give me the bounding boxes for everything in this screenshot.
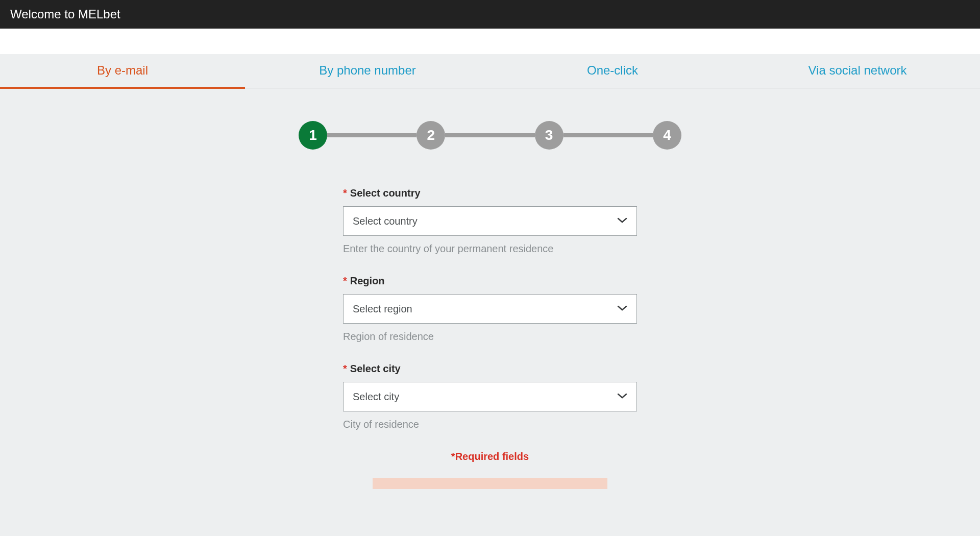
city-select[interactable]: Select city [343,382,637,411]
tab-one-click[interactable]: One-click [490,54,735,88]
tab-label: By phone number [319,63,415,77]
step-number: 4 [663,127,671,143]
select-placeholder: Select city [353,391,399,403]
step-2[interactable]: 2 [416,121,445,150]
country-select[interactable]: Select country [343,206,637,236]
step-number: 3 [545,127,553,143]
step-number: 1 [309,127,317,143]
step-1[interactable]: 1 [299,121,327,150]
region-select[interactable]: Select region [343,294,637,324]
required-indicator: * [343,187,347,199]
step-3[interactable]: 3 [535,121,564,150]
required-indicator: * [343,275,347,286]
page-title: Welcome to MELbet [10,7,120,21]
step-connector [564,133,653,137]
page-header: Welcome to MELbet [0,0,980,29]
tab-label: Via social network [808,63,907,77]
required-fields-note: *Required fields [343,451,637,462]
chevron-down-icon [617,304,627,313]
select-placeholder: Select region [353,303,412,315]
progress-stepper: 1 2 3 4 [299,121,681,150]
country-hint: Enter the country of your permanent resi… [343,243,637,255]
step-connector [445,133,534,137]
main-content: 1 2 3 4 *Select country Select country E [0,88,980,489]
label-text: Select country [350,187,421,199]
country-field: *Select country Select country Enter the… [343,187,637,255]
country-label: *Select country [343,187,637,199]
region-hint: Region of residence [343,331,637,343]
required-indicator: * [343,363,347,374]
label-text: Select city [350,363,401,374]
next-button[interactable] [373,478,607,489]
region-label: *Region [343,275,637,287]
chevron-down-icon [617,392,627,401]
chevron-down-icon [617,216,627,226]
tab-by-email[interactable]: By e-mail [0,54,245,89]
step-4[interactable]: 4 [653,121,681,150]
step-connector [327,133,416,137]
white-spacer [0,29,980,54]
registration-tabs: By e-mail By phone number One-click Via … [0,54,980,88]
city-hint: City of residence [343,419,637,430]
label-text: Region [350,275,385,286]
tab-label: One-click [587,63,638,77]
region-field: *Region Select region Region of residenc… [343,275,637,343]
tab-label: By e-mail [97,63,148,77]
tab-social-network[interactable]: Via social network [735,54,980,88]
city-label: *Select city [343,363,637,375]
city-field: *Select city Select city City of residen… [343,363,637,430]
select-placeholder: Select country [353,215,418,227]
step-number: 2 [427,127,435,143]
tab-by-phone[interactable]: By phone number [245,54,490,88]
registration-form: *Select country Select country Enter the… [343,187,637,489]
